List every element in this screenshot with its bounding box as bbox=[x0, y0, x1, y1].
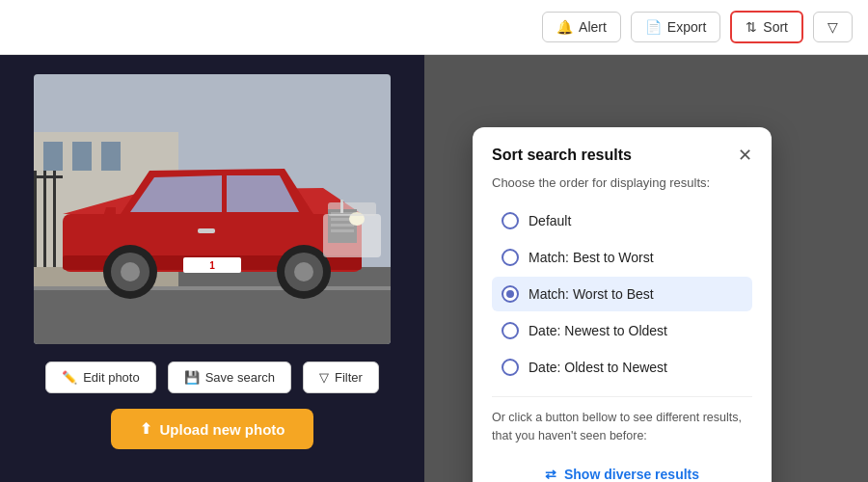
sort-option-oldest[interactable]: Date: Oldest to Newest bbox=[492, 350, 752, 385]
svg-rect-6 bbox=[101, 142, 121, 171]
diverse-results-button[interactable]: ⇄ Show diverse results bbox=[492, 457, 752, 483]
radio-oldest bbox=[502, 359, 519, 376]
export-label: Export bbox=[667, 19, 706, 35]
bottom-actions: ✏️ Edit photo 💾 Save search ▽ Filter bbox=[45, 362, 379, 393]
edit-photo-button[interactable]: ✏️ Edit photo bbox=[45, 362, 156, 393]
right-panel: Sort search results ✕ Choose the order f… bbox=[424, 55, 868, 482]
alert-icon: 🔔 bbox=[556, 19, 573, 35]
radio-worst-to-best bbox=[502, 285, 519, 303]
svg-rect-2 bbox=[34, 286, 391, 290]
save-search-button[interactable]: 💾 Save search bbox=[168, 362, 291, 393]
export-icon: 📄 bbox=[645, 19, 662, 35]
svg-point-29 bbox=[294, 262, 313, 281]
sort-modal: Sort search results ✕ Choose the order f… bbox=[473, 127, 772, 482]
modal-header: Sort search results ✕ bbox=[492, 147, 752, 164]
svg-rect-8 bbox=[43, 171, 46, 267]
radio-newest bbox=[502, 322, 519, 339]
modal-divider bbox=[492, 396, 752, 397]
svg-rect-32 bbox=[198, 228, 215, 233]
filter-button[interactable]: ▽ bbox=[813, 12, 853, 42]
filter-action-label: Filter bbox=[335, 370, 363, 385]
svg-rect-7 bbox=[34, 171, 37, 267]
modal-subtitle: Choose the order for displaying results: bbox=[492, 175, 752, 190]
diverse-label: Show diverse results bbox=[564, 467, 699, 482]
svg-rect-35 bbox=[328, 202, 376, 216]
radio-best-to-worst bbox=[502, 249, 519, 266]
svg-rect-4 bbox=[43, 142, 63, 171]
svg-rect-10 bbox=[34, 175, 63, 178]
svg-rect-9 bbox=[53, 171, 56, 267]
modal-close-button[interactable]: ✕ bbox=[738, 147, 752, 164]
sort-button[interactable]: ⇅ Sort bbox=[730, 11, 803, 43]
save-search-label: Save search bbox=[205, 370, 275, 385]
alert-button[interactable]: 🔔 Alert bbox=[542, 12, 621, 42]
svg-rect-5 bbox=[72, 142, 92, 171]
edit-photo-label: Edit photo bbox=[83, 370, 140, 385]
alert-label: Alert bbox=[579, 19, 607, 35]
sort-option-newest[interactable]: Date: Newest to Oldest bbox=[492, 313, 752, 348]
upload-photo-button[interactable]: ⬆ Upload new photo bbox=[111, 409, 314, 449]
filter-icon: ▽ bbox=[827, 19, 838, 35]
sort-option-worst-to-best[interactable]: Match: Worst to Best bbox=[492, 277, 752, 311]
modal-note: Or click a button bellow to see differen… bbox=[492, 409, 752, 445]
svg-point-26 bbox=[121, 262, 140, 281]
modal-title: Sort search results bbox=[492, 147, 632, 164]
upload-icon: ⬆ bbox=[140, 420, 152, 438]
header-bar: 🔔 Alert 📄 Export ⇅ Sort ▽ bbox=[0, 0, 868, 55]
sort-option-best-to-worst[interactable]: Match: Best to Worst bbox=[492, 240, 752, 275]
diverse-icon: ⇄ bbox=[545, 467, 556, 482]
photo-container: 1 bbox=[34, 74, 391, 344]
edit-icon: ✏️ bbox=[62, 370, 77, 385]
filter-action-icon: ▽ bbox=[319, 370, 329, 385]
filter-action-button[interactable]: ▽ Filter bbox=[303, 362, 379, 393]
radio-default bbox=[502, 212, 519, 229]
upload-label: Upload new photo bbox=[160, 421, 285, 438]
save-icon: 💾 bbox=[184, 370, 200, 385]
left-panel: 1 ✏️ Edit photo 💾 Save search ▽ Filter ⬆… bbox=[0, 55, 424, 482]
sort-option-default[interactable]: Default bbox=[492, 203, 752, 238]
sort-label: Sort bbox=[763, 19, 788, 35]
svg-rect-34 bbox=[323, 214, 381, 257]
export-button[interactable]: 📄 Export bbox=[631, 12, 720, 42]
sort-icon: ⇅ bbox=[746, 19, 757, 35]
car-image: 1 bbox=[34, 74, 391, 344]
svg-text:1: 1 bbox=[209, 260, 215, 271]
